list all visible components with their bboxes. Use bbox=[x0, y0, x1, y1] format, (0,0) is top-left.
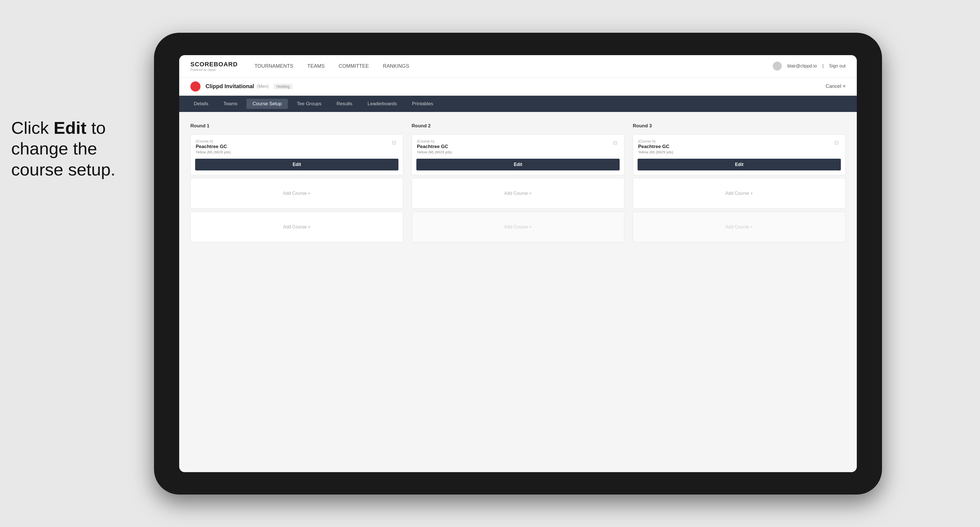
annotation-bold: Edit bbox=[54, 118, 86, 137]
separator: | bbox=[822, 63, 824, 68]
course-card-header-3: (Course A) Peachtree GC Yellow (M) (6629… bbox=[633, 135, 845, 156]
course-name: Peachtree GC bbox=[196, 144, 231, 149]
course-label-3: (Course A) bbox=[638, 139, 673, 143]
course-name-2: Peachtree GC bbox=[417, 144, 452, 149]
round-2-column: Round 2 (Course A) Peachtree GC Yellow (… bbox=[412, 123, 624, 242]
tab-printables[interactable]: Printables bbox=[406, 99, 440, 109]
powered-by-label: Powered by clippd bbox=[190, 68, 238, 71]
nav-teams[interactable]: TEAMS bbox=[307, 63, 325, 69]
nav-rankings[interactable]: RANKINGS bbox=[383, 63, 409, 69]
add-course-label-3: Add Course + bbox=[504, 191, 532, 196]
c-logo-letter: C bbox=[193, 83, 198, 90]
round-3-column: Round 3 (Course A) Peachtree GC Yellow (… bbox=[633, 123, 846, 242]
nav-committee[interactable]: COMMITTEE bbox=[339, 63, 369, 69]
cancel-label: Cancel bbox=[826, 83, 841, 89]
user-avatar bbox=[773, 62, 782, 70]
course-details-2: Yellow (M) (6629 yds) bbox=[417, 150, 452, 154]
tab-results[interactable]: Results bbox=[330, 99, 359, 109]
course-delete-button[interactable]: ⊡ bbox=[390, 139, 398, 146]
tab-leaderboards[interactable]: Leaderboards bbox=[361, 99, 403, 109]
course-delete-button-3[interactable]: ⊡ bbox=[833, 139, 840, 146]
tabs-bar: Details Teams Course Setup Tee Groups Re… bbox=[179, 96, 857, 112]
course-info-2: (Course A) Peachtree GC Yellow (M) (6629… bbox=[417, 139, 452, 154]
round-1-column: Round 1 (Course A) Peachtree GC Yellow (… bbox=[190, 123, 403, 242]
course-card-header: (Course A) Peachtree GC Yellow (M) (6629… bbox=[191, 135, 403, 156]
logo-area: SCOREBOARD Powered by clippd bbox=[190, 61, 238, 71]
round-2-add-course-2-disabled: Add Course + bbox=[412, 211, 624, 242]
annotation-line1: Click Edit tochange thecourse setup. bbox=[11, 118, 115, 179]
round-1-title: Round 1 bbox=[190, 123, 403, 129]
round-3-title: Round 3 bbox=[633, 123, 846, 129]
rounds-grid: Round 1 (Course A) Peachtree GC Yellow (… bbox=[190, 123, 846, 242]
round-3-add-course-1[interactable]: Add Course + bbox=[633, 178, 846, 209]
nav-tournaments[interactable]: TOURNAMENTS bbox=[255, 63, 293, 69]
course-name-3: Peachtree GC bbox=[638, 144, 673, 149]
course-label: (Course A) bbox=[196, 139, 231, 143]
course-label-2: (Course A) bbox=[417, 139, 452, 143]
round-2-edit-button[interactable]: Edit bbox=[416, 159, 620, 170]
round-1-add-course-1[interactable]: Add Course + bbox=[190, 178, 403, 209]
main-content: Round 1 (Course A) Peachtree GC Yellow (… bbox=[179, 112, 857, 472]
round-2-title: Round 2 bbox=[412, 123, 624, 129]
tab-course-setup[interactable]: Course Setup bbox=[247, 99, 288, 109]
user-email: blair@clippd.io bbox=[788, 63, 817, 68]
tab-tee-groups[interactable]: Tee Groups bbox=[291, 99, 328, 109]
round-3-add-course-2-disabled: Add Course + bbox=[633, 211, 846, 242]
tablet-screen: SCOREBOARD Powered by clippd TOURNAMENTS… bbox=[179, 55, 857, 472]
tab-teams[interactable]: Teams bbox=[217, 99, 243, 109]
sign-out-link[interactable]: Sign out bbox=[829, 63, 846, 68]
cancel-icon: × bbox=[843, 83, 846, 89]
round-1-course-card: (Course A) Peachtree GC Yellow (M) (6629… bbox=[190, 134, 403, 175]
course-delete-button-2[interactable]: ⊡ bbox=[611, 139, 619, 146]
course-details-3: Yellow (M) (6629 yds) bbox=[638, 150, 673, 154]
add-course-label-4: Add Course + bbox=[504, 224, 532, 230]
tab-details[interactable]: Details bbox=[188, 99, 215, 109]
tournament-logo: C bbox=[190, 81, 200, 92]
round-3-edit-button[interactable]: Edit bbox=[638, 159, 841, 170]
course-details: Yellow (M) (6629 yds) bbox=[196, 150, 231, 154]
tournament-header: C Clippd Invitational (Men) Hosting Canc… bbox=[179, 78, 857, 96]
hosting-badge: Hosting bbox=[274, 84, 292, 89]
round-1-add-course-2[interactable]: Add Course + bbox=[190, 211, 403, 242]
course-info-3: (Course A) Peachtree GC Yellow (M) (6629… bbox=[638, 139, 673, 154]
course-card-header-2: (Course A) Peachtree GC Yellow (M) (6629… bbox=[412, 135, 624, 156]
round-1-edit-button[interactable]: Edit bbox=[195, 159, 398, 170]
round-3-course-card: (Course A) Peachtree GC Yellow (M) (6629… bbox=[633, 134, 846, 175]
round-2-add-course-1[interactable]: Add Course + bbox=[412, 178, 624, 209]
top-navigation: SCOREBOARD Powered by clippd TOURNAMENTS… bbox=[179, 55, 857, 78]
tablet-device: SCOREBOARD Powered by clippd TOURNAMENTS… bbox=[154, 33, 882, 495]
nav-links: TOURNAMENTS TEAMS COMMITTEE RANKINGS bbox=[255, 63, 773, 69]
course-info: (Course A) Peachtree GC Yellow (M) (6629… bbox=[196, 139, 231, 154]
add-course-label-6: Add Course + bbox=[725, 224, 753, 230]
round-2-course-card: (Course A) Peachtree GC Yellow (M) (6629… bbox=[412, 134, 624, 175]
cancel-button[interactable]: Cancel × bbox=[826, 83, 846, 89]
scoreboard-logo: SCOREBOARD bbox=[190, 61, 238, 68]
add-course-label-2: Add Course + bbox=[283, 224, 310, 230]
add-course-label-5: Add Course + bbox=[725, 191, 753, 196]
add-course-label-1: Add Course + bbox=[283, 191, 310, 196]
nav-right-area: blair@clippd.io | Sign out bbox=[773, 62, 846, 70]
annotation-text: Click Edit tochange thecourse setup. bbox=[11, 117, 168, 180]
tournament-name: Clippd Invitational bbox=[205, 83, 254, 90]
tournament-gender: (Men) bbox=[257, 84, 269, 89]
